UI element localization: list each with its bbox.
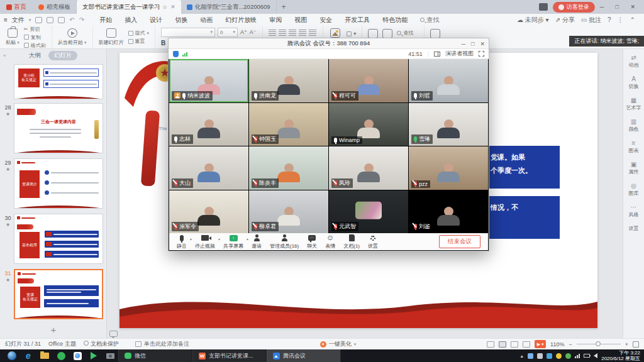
animation-star-icon[interactable]: ★ xyxy=(6,277,10,283)
sync-status[interactable]: ☁ 未同步 ▾ xyxy=(517,16,549,25)
decrease-font-button[interactable]: A⁻ xyxy=(250,29,257,35)
taskbar-button-wechat[interactable]: 微信 xyxy=(118,349,192,362)
taskbar-clock[interactable]: 下午 3:22 2020/6/12 星期五 xyxy=(601,350,640,361)
beautify-button[interactable]: ✦ 一键美化 ▾ xyxy=(320,340,357,348)
panel-tool-item[interactable]: 切换 xyxy=(629,75,639,90)
participant-tile[interactable]: 柳卓君 xyxy=(249,190,328,234)
ribbon-tab[interactable]: 开始 xyxy=(94,15,118,25)
ribbon-tab[interactable]: 安全 xyxy=(314,15,338,25)
meeting-window[interactable]: 腾讯会议 会议号：388 700 894 ─ □ ✕ 41:51 | 演讲者视图 xyxy=(168,38,489,251)
reading-view-icon[interactable] xyxy=(523,341,530,348)
new-slide-button[interactable]: 新建幻灯片 xyxy=(99,28,124,46)
ribbon-tab[interactable]: 动画 xyxy=(194,15,218,25)
output-icon[interactable] xyxy=(58,17,65,23)
start-button[interactable] xyxy=(4,349,20,362)
guest-login-button[interactable]: 访客登录 xyxy=(553,2,595,13)
copy-button[interactable]: 复制 xyxy=(24,34,46,41)
panel-tool-item[interactable]: 设置 xyxy=(629,225,639,232)
explorer-taskbar-icon[interactable] xyxy=(36,349,53,362)
share-screen-button[interactable]: ↑共享屏幕 xyxy=(223,234,243,250)
collapse-panel-icon[interactable]: « xyxy=(3,53,6,58)
end-meeting-button[interactable]: 结束会议 xyxy=(439,235,480,248)
zoom-out-button[interactable]: − xyxy=(569,341,572,348)
more-menu-icon[interactable]: ⋮ xyxy=(618,16,624,23)
slide-thumbnail-28[interactable]: 三会一课党课内容 xyxy=(14,103,103,153)
notes-placeholder[interactable]: 单击此处添加备注 xyxy=(135,340,189,348)
participant-tile[interactable]: 刘鉴 xyxy=(409,190,488,234)
meeting-app-taskbar-icon[interactable] xyxy=(69,349,86,362)
slide-thumbnail-27[interactable]: 党小组 有关规定 xyxy=(14,64,103,99)
docer-template-tab[interactable]: 稻壳模板 xyxy=(33,0,77,14)
format-painter-button[interactable]: 格式刷 xyxy=(24,42,46,49)
panel-tool-item[interactable]: 图库 xyxy=(629,182,639,197)
participant-tile[interactable]: 元武智 xyxy=(329,190,408,234)
comment-button[interactable]: ▭ 批注 xyxy=(581,16,601,25)
security-shield-icon[interactable] xyxy=(173,51,179,57)
shapes-button[interactable]: ▾ xyxy=(347,31,356,36)
battery-icon[interactable] xyxy=(584,354,590,358)
ribbon-tab[interactable]: 切换 xyxy=(169,15,193,25)
ribbon-tab[interactable]: 特色功能 xyxy=(377,15,413,25)
ribbon-tab[interactable]: 设计 xyxy=(144,15,168,25)
numbering-icon[interactable] xyxy=(279,30,286,36)
panel-tool-item[interactable]: 颜色 xyxy=(629,118,639,133)
ribbon-tab[interactable]: 开发工具 xyxy=(339,15,375,25)
slide-thumbnail-29[interactable]: 党课简介 xyxy=(14,158,103,209)
panel-tool-item[interactable]: 属性 xyxy=(629,161,639,175)
paste-button[interactable]: 粘贴 ▾ xyxy=(6,28,19,46)
slide-thumbnail-30[interactable]: 基本程序 xyxy=(14,214,103,264)
network-icon[interactable] xyxy=(575,353,580,358)
fullscreen-icon[interactable] xyxy=(479,51,484,57)
collapse-ribbon-icon[interactable]: ⌃ xyxy=(630,16,635,23)
workspace-icon[interactable] xyxy=(539,3,548,11)
slide-sorter-icon[interactable] xyxy=(511,341,518,348)
protection-status[interactable]: 文档未保护 xyxy=(84,340,119,348)
panel-tool-item[interactable]: 图表 xyxy=(629,140,639,154)
view-mode-toggle[interactable]: 演讲者视图 xyxy=(445,50,474,58)
reset-button[interactable]: 重置 xyxy=(128,38,150,45)
redo-icon[interactable]: ↷ xyxy=(79,16,84,23)
indent-increase-icon[interactable] xyxy=(299,30,306,36)
mute-button[interactable]: 静音 xyxy=(177,234,187,250)
close-tab-icon[interactable]: ✕ xyxy=(170,4,175,10)
emoji-button[interactable]: ☺表情 xyxy=(325,234,335,250)
document-tab-2[interactable]: 化能学院“三全育...20200609 xyxy=(181,0,277,14)
participant-tile[interactable]: 陈炎丰 xyxy=(249,146,328,190)
ribbon-tab[interactable]: 审阅 xyxy=(264,15,287,25)
increase-font-button[interactable]: A⁺ xyxy=(240,29,247,35)
camera-app-taskbar-icon[interactable] xyxy=(102,349,118,362)
taskbar-button-meeting[interactable]: 腾讯会议 xyxy=(267,349,341,362)
notes-view-icon[interactable] xyxy=(487,341,494,348)
indent-decrease-icon[interactable] xyxy=(289,30,296,36)
outline-tab[interactable]: 大纲 xyxy=(29,52,41,60)
new-tab-button[interactable]: + xyxy=(277,0,291,14)
ie-taskbar-icon[interactable]: e xyxy=(20,349,36,362)
ribbon-tab[interactable]: 幻灯片放映 xyxy=(219,15,262,25)
security-shield-tray-icon[interactable] xyxy=(565,353,571,359)
add-slide-button[interactable]: + xyxy=(0,324,107,335)
tray-icon-blue[interactable] xyxy=(528,353,533,359)
animation-star-icon[interactable]: ★ xyxy=(6,167,10,172)
zoom-in-button[interactable]: + xyxy=(625,341,628,348)
stop-video-button[interactable]: 停止视频 xyxy=(195,234,215,250)
participant-tile[interactable]: 涂军令 xyxy=(169,190,248,234)
participant-tile[interactable]: 雪琳 xyxy=(409,103,488,146)
tray-icon-yellow[interactable] xyxy=(556,353,562,359)
command-search[interactable]: 查找 xyxy=(420,16,439,25)
slide-thumbnail-31-selected[interactable]: 党课 有关规定 xyxy=(14,269,103,319)
participant-tile[interactable]: 刘哲 xyxy=(409,59,488,102)
zoom-slider[interactable] xyxy=(577,344,621,344)
participant-tile[interactable]: pzz xyxy=(409,146,488,190)
wps-home-tab[interactable]: 首页 xyxy=(0,0,33,14)
participant-tile[interactable]: 志林 xyxy=(169,103,248,146)
fit-slide-icon[interactable] xyxy=(633,341,639,348)
undo-icon[interactable]: ↶ xyxy=(69,16,74,23)
ribbon-tab[interactable]: 插入 xyxy=(119,15,143,25)
manage-members-button[interactable]: 管理成员(16) xyxy=(270,234,299,250)
minimize-icon[interactable]: ─ xyxy=(462,41,465,47)
video-app-taskbar-icon[interactable] xyxy=(86,349,102,362)
font-family-select[interactable]: ▾ xyxy=(161,28,215,37)
line-spacing-icon[interactable] xyxy=(309,30,316,36)
slides-tab[interactable]: 幻灯片 xyxy=(48,51,78,60)
hamburger-menu-icon[interactable]: ≡ xyxy=(4,16,8,23)
